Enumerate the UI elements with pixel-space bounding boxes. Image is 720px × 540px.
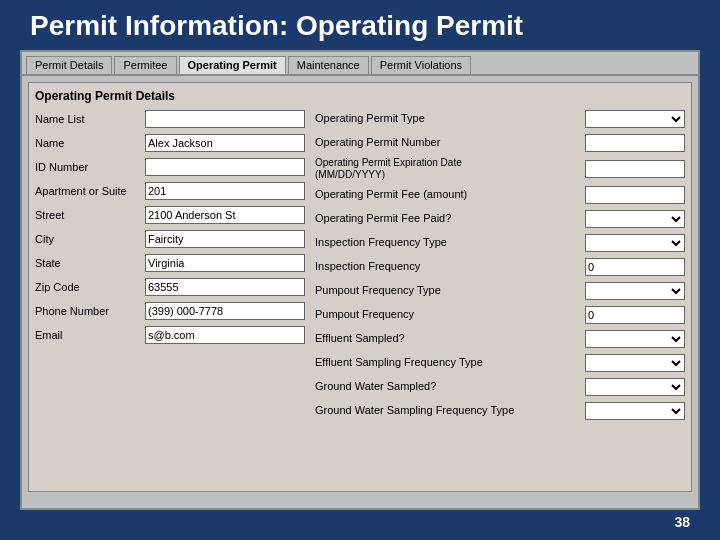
form-row-effluent-sampled: Effluent Sampled? (315, 329, 685, 349)
form-row-state: State Virginia (35, 253, 305, 273)
label-fee: Operating Permit Fee (amount) (315, 188, 585, 201)
form-row-effluent-sampling-type: Effluent Sampling Frequency Type (315, 353, 685, 373)
page-title: Permit Information: Operating Permit (0, 0, 720, 50)
form-row-permit-number: Operating Permit Number (315, 133, 685, 153)
form-row-pumpout-freq-type: Pumpout Frequency Type (315, 281, 685, 301)
form-row-zip: Zip Code (35, 277, 305, 297)
zip-input[interactable] (145, 278, 305, 296)
label-inspection-freq: Inspection Frequency (315, 260, 585, 273)
label-permit-type: Operating Permit Type (315, 112, 585, 125)
groundwater-sampling-type-select[interactable] (585, 402, 685, 420)
form-row-inspection-freq: Inspection Frequency (315, 257, 685, 277)
label-city: City (35, 233, 145, 245)
label-street: Street (35, 209, 145, 221)
form-row-phone: Phone Number (35, 301, 305, 321)
label-groundwater-sampled: Ground Water Sampled? (315, 380, 585, 393)
apt-input[interactable] (145, 182, 305, 200)
email-input[interactable] (145, 326, 305, 344)
name-input[interactable] (145, 134, 305, 152)
label-email: Email (35, 329, 145, 341)
tab-bar: Permit Details Permitee Operating Permit… (22, 52, 698, 76)
form-row-name: Name (35, 133, 305, 153)
label-phone: Phone Number (35, 305, 145, 317)
form-row-fee: Operating Permit Fee (amount) (315, 185, 685, 205)
label-inspection-freq-type: Inspection Frequency Type (315, 236, 585, 249)
label-expiration: Operating Permit Expiration Date(MM/DD/Y… (315, 157, 585, 181)
label-effluent-sampled: Effluent Sampled? (315, 332, 585, 345)
form-row-id: ID Number (35, 157, 305, 177)
tab-operating-permit[interactable]: Operating Permit (179, 56, 286, 74)
label-fee-paid: Operating Permit Fee Paid? (315, 212, 585, 225)
groundwater-sampled-select[interactable] (585, 378, 685, 396)
form-row-fee-paid: Operating Permit Fee Paid? (315, 209, 685, 229)
form-row-apt: Apartment or Suite (35, 181, 305, 201)
tab-permit-details[interactable]: Permit Details (26, 56, 112, 74)
inspection-freq-type-select[interactable] (585, 234, 685, 252)
label-name: Name (35, 137, 145, 149)
right-column: Operating Permit Type Operating Permit N… (315, 109, 685, 425)
pumpout-freq-input[interactable] (585, 306, 685, 324)
label-pumpout-freq: Pumpout Frequency (315, 308, 585, 321)
name-list-select[interactable] (145, 110, 305, 128)
form-row-street: Street (35, 205, 305, 225)
street-input[interactable] (145, 206, 305, 224)
fee-input[interactable] (585, 186, 685, 204)
permit-type-select[interactable] (585, 110, 685, 128)
form-row-inspection-freq-type: Inspection Frequency Type (315, 233, 685, 253)
form-row-groundwater-sampling-type: Ground Water Sampling Frequency Type (315, 401, 685, 421)
form-row-permit-type: Operating Permit Type (315, 109, 685, 129)
page-number: 38 (674, 514, 690, 530)
label-state: State (35, 257, 145, 269)
form-row-pumpout-freq: Pumpout Frequency (315, 305, 685, 325)
state-select[interactable]: Virginia (145, 254, 305, 272)
label-zip: Zip Code (35, 281, 145, 293)
inspection-freq-input[interactable] (585, 258, 685, 276)
effluent-sampling-type-select[interactable] (585, 354, 685, 372)
label-pumpout-freq-type: Pumpout Frequency Type (315, 284, 585, 297)
form-row-email: Email (35, 325, 305, 345)
state-wrapper: Virginia (145, 254, 305, 272)
label-id: ID Number (35, 161, 145, 173)
form-area: Operating Permit Details Name List Name … (28, 82, 692, 492)
form-row-expiration: Operating Permit Expiration Date(MM/DD/Y… (315, 157, 685, 181)
section-title: Operating Permit Details (35, 89, 685, 103)
phone-input[interactable] (145, 302, 305, 320)
pumpout-freq-type-select[interactable] (585, 282, 685, 300)
form-row-name-list: Name List (35, 109, 305, 129)
label-name-list: Name List (35, 113, 145, 125)
label-groundwater-sampling-type: Ground Water Sampling Frequency Type (315, 404, 585, 417)
expiration-input[interactable] (585, 160, 685, 178)
id-input[interactable] (145, 158, 305, 176)
permit-number-input[interactable] (585, 134, 685, 152)
form-layout: Name List Name ID Number Apartment or Su… (35, 109, 685, 425)
form-row-groundwater-sampled: Ground Water Sampled? (315, 377, 685, 397)
fee-paid-select[interactable] (585, 210, 685, 228)
tab-permitee[interactable]: Permitee (114, 56, 176, 74)
name-list-wrapper (145, 110, 305, 128)
form-row-city: City (35, 229, 305, 249)
tab-maintenance[interactable]: Maintenance (288, 56, 369, 74)
main-container: Permit Details Permitee Operating Permit… (20, 50, 700, 510)
effluent-sampled-select[interactable] (585, 330, 685, 348)
label-apt: Apartment or Suite (35, 185, 145, 197)
city-input[interactable] (145, 230, 305, 248)
label-effluent-sampling-type: Effluent Sampling Frequency Type (315, 356, 585, 369)
left-column: Name List Name ID Number Apartment or Su… (35, 109, 305, 425)
tab-permit-violations[interactable]: Permit Violations (371, 56, 471, 74)
label-permit-number: Operating Permit Number (315, 136, 585, 149)
